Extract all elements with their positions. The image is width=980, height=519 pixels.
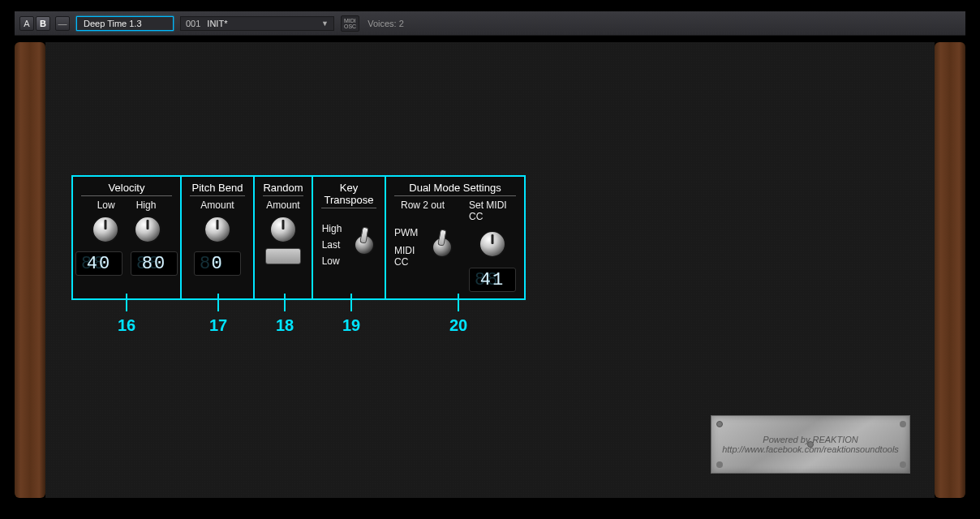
row2out-switch[interactable] [432, 231, 451, 264]
velocity-low-label: Low [97, 199, 115, 211]
top-toolbar: A B — Deep Time 1.3 001INIT* ▼ MIDI OSC … [15, 11, 965, 36]
velocity-low-display[interactable]: 8840 [75, 251, 122, 276]
pwm-label: PWM [394, 227, 424, 238]
midicc-label: MIDI CC [394, 245, 424, 268]
random-trigger-button[interactable] [265, 248, 301, 264]
preset-name-field[interactable]: Deep Time 1.3 [76, 16, 174, 31]
callout-16: 16 [71, 294, 182, 335]
setmidicc-label: Set MIDI CC [469, 199, 516, 222]
midi-osc-toggle[interactable]: MIDI OSC [341, 15, 359, 32]
section-velocity: Velocity Low High 8840 8880 [71, 175, 182, 300]
row2out-label: Row 2 out [401, 199, 445, 211]
preset-label: INIT* [207, 19, 227, 28]
voices-label: Voices: 2 [368, 19, 404, 28]
preset-number: 001 [186, 19, 200, 28]
panel-face: Velocity Low High 8840 8880 Pitch Bend A… [45, 42, 935, 498]
pitchbend-amount-knob[interactable] [204, 216, 231, 243]
brand-plaque: Powered by REAKTION http://www.facebook.… [711, 415, 910, 474]
minus-button[interactable]: — [55, 16, 70, 31]
ab-switch: A B [19, 16, 50, 31]
velocity-high-knob[interactable] [134, 216, 161, 243]
section-random: Random Amount [253, 175, 313, 300]
pitchbend-display[interactable]: 880 [194, 251, 241, 276]
section-pitch-bend: Pitch Bend Amount 880 [180, 175, 255, 300]
callout-20: 20 [388, 294, 529, 335]
key-high-label: High [322, 223, 342, 234]
random-amount-label: Amount [266, 199, 299, 211]
section-title: Dual Mode Settings [394, 182, 516, 196]
callout-18: 18 [255, 294, 315, 335]
b-button[interactable]: B [36, 16, 50, 31]
wood-side-left [15, 42, 45, 498]
key-low-label: Low [322, 255, 342, 267]
callout-19: 19 [315, 294, 388, 335]
callout-17: 17 [182, 294, 255, 335]
section-dual-mode: Dual Mode Settings Row 2 out PWM MIDI CC [385, 175, 526, 300]
midi-cc-display[interactable]: 8841 [469, 268, 516, 292]
key-transpose-switch[interactable] [353, 229, 376, 261]
section-title: Pitch Bend [190, 182, 245, 196]
chevron-down-icon: ▼ [321, 19, 329, 28]
wood-side-right [935, 42, 965, 498]
section-title: Velocity [81, 182, 172, 196]
a-button[interactable]: A [19, 16, 34, 31]
velocity-high-display[interactable]: 8880 [131, 251, 178, 276]
section-title: Key Transpose [321, 182, 376, 208]
velocity-high-label: High [136, 199, 157, 211]
section-key-transpose: Key Transpose High Last Low [312, 175, 386, 300]
pitchbend-amount-label: Amount [200, 199, 234, 211]
plaque-line2: http://www.facebook.com/reaktionsoundtoo… [722, 444, 899, 454]
plaque-line1: Powered by REAKTION [763, 435, 858, 444]
velocity-low-knob[interactable] [92, 216, 119, 243]
random-amount-knob[interactable] [269, 216, 297, 243]
preset-dropdown[interactable]: 001INIT* ▼ [180, 16, 334, 31]
set-midi-cc-knob[interactable] [479, 230, 506, 258]
key-last-label: Last [322, 239, 342, 251]
section-title: Random [263, 182, 303, 196]
instrument-panel: Velocity Low High 8840 8880 Pitch Bend A… [15, 42, 965, 498]
